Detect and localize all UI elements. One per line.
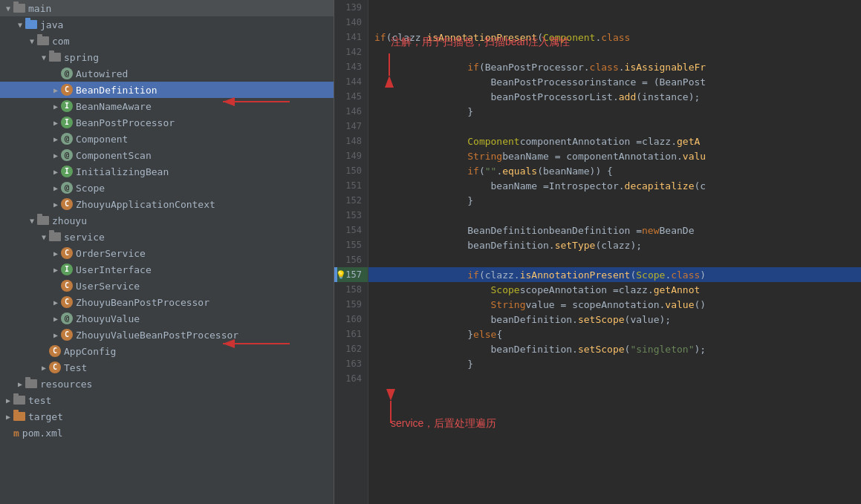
line-number-149: 149 — [334, 148, 368, 163]
bulb-icon: 💡 — [336, 270, 346, 280]
tree-item-componentscan[interactable]: ▶@ComponentScan — [0, 147, 334, 163]
tree-item-orderservice[interactable]: ▶COrderService — [0, 245, 334, 261]
tree-item-target[interactable]: ▶target — [0, 408, 334, 425]
tree-item-appconfig[interactable]: CAppConfig — [0, 343, 334, 359]
tree-arrow-com: ▼ — [27, 37, 37, 45]
code-editor: 1391401411421431441451461471481491501511… — [334, 0, 861, 504]
code-line-153 — [368, 208, 861, 223]
tree-item-scope[interactable]: ▶@Scope — [0, 180, 334, 196]
tree-label-test-root: test — [28, 395, 51, 406]
line-number-142: 142 — [334, 45, 368, 59]
line-numbers: 1391401411421431441451461471481491501511… — [334, 0, 368, 504]
code-line-152: } — [368, 193, 861, 208]
folder-icon-java — [25, 20, 37, 29]
tree-item-component[interactable]: ▶@Component — [0, 131, 334, 147]
folder-icon-com — [37, 36, 49, 45]
line-number-text-151: 151 — [345, 180, 362, 191]
tree-item-zhouyu[interactable]: ▼zhouyu — [0, 212, 334, 229]
tree-item-beandefinition[interactable]: ▶CBeanDefinition — [0, 82, 334, 98]
type-icon-scope: @ — [61, 182, 73, 194]
code-line-149: String beanName = componentAnnotation.va… — [368, 148, 861, 163]
file-tree: ▼main▼java▼com▼spring@Autowired▶CBeanDef… — [0, 0, 334, 504]
line-number-157: 💡157 — [334, 267, 368, 282]
tree-label-autowired: Autowired — [76, 68, 128, 79]
type-icon-beanpostprocessor: I — [61, 117, 73, 128]
tree-label-beandefinition: BeanDefinition — [76, 85, 157, 96]
type-icon-initializingbean: I — [61, 166, 73, 177]
line-number-text-161: 161 — [345, 329, 362, 339]
tree-item-zhouyuappcontext[interactable]: ▶CZhouyuApplicationContext — [0, 196, 334, 212]
line-number-141: 141 — [334, 30, 368, 45]
folder-icon-zhouyu — [37, 216, 49, 225]
folder-icon-target — [13, 412, 25, 421]
code-line-150: if ("".equals(beanName)) { — [368, 163, 861, 178]
folder-icon-main — [13, 4, 25, 13]
tree-item-test[interactable]: ▶CTest — [0, 359, 334, 376]
tree-label-zhouyu: zhouyu — [52, 215, 87, 226]
line-number-140: 140 — [334, 15, 368, 30]
tree-label-initializingbean: InitializingBean — [76, 166, 169, 177]
line-number-text-154: 154 — [345, 225, 362, 235]
tree-item-com[interactable]: ▼com — [0, 33, 334, 49]
tree-item-beanpostprocessor[interactable]: ▶IBeanPostProcessor — [0, 114, 334, 131]
tree-arrow-test-root: ▶ — [3, 396, 13, 405]
line-number-160: 160 — [334, 312, 368, 327]
line-number-text-147: 147 — [345, 121, 362, 131]
line-number-text-142: 142 — [345, 47, 362, 57]
type-icon-beannameaware: I — [61, 100, 73, 112]
line-number-text-164: 164 — [345, 373, 362, 384]
line-number-164: 164 — [334, 371, 368, 386]
code-line-155: beanDefinition.setType(clazz); — [368, 238, 861, 252]
line-number-text-158: 158 — [345, 284, 362, 295]
tree-item-zhouyubeanpostprocessor[interactable]: ▶CZhouyuBeanPostProcessor — [0, 294, 334, 310]
tree-item-spring[interactable]: ▼spring — [0, 49, 334, 65]
type-icon-test: C — [49, 361, 61, 373]
line-number-152: 152 — [334, 193, 368, 208]
type-icon-userservice: C — [61, 280, 73, 292]
code-line-158: Scope scopeAnnotation = clazz.getAnnot — [368, 282, 861, 297]
folder-icon-service — [49, 232, 61, 241]
code-content: 注解，用于扫描包，扫描bean注入属性 service，后置处理遍历 if — [368, 0, 861, 504]
tree-item-userinterface[interactable]: ▶IUserInterface — [0, 261, 334, 278]
tree-arrow-component: ▶ — [51, 135, 61, 143]
type-icon-zhouyuappcontext: C — [61, 198, 73, 210]
type-icon-zhouyubeanpostprocessor: C — [61, 296, 73, 308]
tree-arrow-zhouyubeanpostprocessor: ▶ — [51, 298, 61, 307]
line-number-text-159: 159 — [345, 299, 362, 310]
line-number-text-140: 140 — [345, 17, 362, 27]
tree-label-zhouyuappcontext: ZhouyuApplicationContext — [76, 199, 215, 210]
tree-label-com: com — [52, 36, 69, 47]
tree-label-resources: resources — [40, 379, 92, 390]
tree-item-test-root[interactable]: ▶test — [0, 392, 334, 408]
file-icon-pomxml: m — [13, 428, 19, 439]
tree-arrow-scope: ▶ — [51, 184, 61, 192]
line-number-146: 146 — [334, 104, 368, 119]
tree-item-userservice[interactable]: CUserService — [0, 278, 334, 294]
tree-item-initializingbean[interactable]: ▶IInitializingBean — [0, 163, 334, 180]
tree-item-zhouyuvalue[interactable]: ▶@ZhouyuValue — [0, 310, 334, 327]
type-icon-autowired: @ — [61, 68, 73, 79]
tree-arrow-beannameaware: ▶ — [51, 102, 61, 111]
tree-item-beannameaware[interactable]: ▶IBeanNameAware — [0, 98, 334, 114]
tree-item-autowired[interactable]: @Autowired — [0, 65, 334, 82]
line-number-143: 143 — [334, 59, 368, 74]
line-number-text-152: 152 — [345, 195, 362, 206]
tree-item-resources[interactable]: ▶resources — [0, 376, 334, 392]
tree-label-beanpostprocessor: BeanPostProcessor — [76, 117, 175, 128]
tree-item-service[interactable]: ▼service — [0, 229, 334, 245]
type-icon-userinterface: I — [61, 264, 73, 275]
tree-item-zhouyuvaluebeanpostprocessor[interactable]: ▶CZhouyuValueBeanPostProcessor — [0, 327, 334, 343]
tree-label-java: java — [40, 19, 63, 30]
tree-item-java[interactable]: ▼java — [0, 16, 334, 33]
line-number-text-155: 155 — [345, 240, 362, 250]
tree-item-pomxml[interactable]: mpom.xml — [0, 425, 334, 441]
code-line-145: beanPostProcessorList.add(instance); — [368, 89, 861, 104]
tree-arrow-zhouyuvalue: ▶ — [51, 315, 61, 323]
line-number-text-139: 139 — [345, 2, 362, 13]
tree-arrow-userinterface: ▶ — [51, 266, 61, 274]
tree-label-beannameaware: BeanNameAware — [76, 101, 152, 112]
tree-arrow-beandefinition: ▶ — [51, 86, 61, 94]
tree-item-main[interactable]: ▼main — [0, 0, 334, 16]
tree-arrow-initializingbean: ▶ — [51, 168, 61, 176]
code-line-148: Component componentAnnotation = clazz.ge… — [368, 134, 861, 148]
